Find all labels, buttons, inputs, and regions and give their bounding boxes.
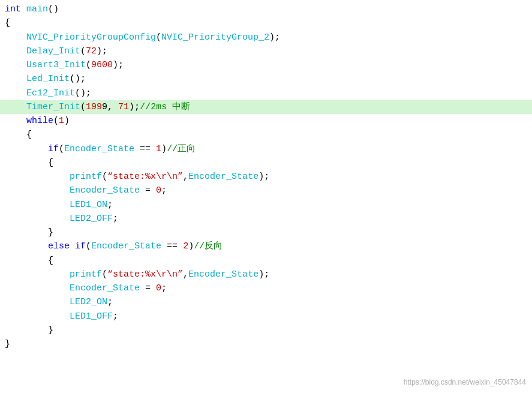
watermark: https://blog.csdn.net/weixin_45047844 <box>404 377 526 388</box>
code-container: int main() { NVIC_PriorityGroupConfig(NV… <box>0 0 532 393</box>
fn-ec12: Ec12_Init <box>26 88 75 98</box>
code-line: { <box>0 254 532 268</box>
num-1: 1 <box>59 116 64 126</box>
code-line: LED2_ON; <box>0 295 532 309</box>
fn-printf2: printf <box>70 269 102 280</box>
fn-led1off: LED1_OFF <box>70 311 113 322</box>
var-encoder1: Encoder_State <box>64 144 134 154</box>
var-encoder2c: Encoder_State <box>70 283 140 293</box>
fn-led2on: LED2_ON <box>70 297 107 307</box>
code-line: { <box>0 156 532 170</box>
str-1: “state:%x\r\n” <box>107 172 183 182</box>
comment-reverse: //反向 <box>194 241 223 251</box>
var-encoder2b: Encoder_State <box>188 269 259 280</box>
num-72: 72 <box>86 46 97 56</box>
keyword-if2: if <box>75 241 86 251</box>
code-line: LED1_OFF; <box>0 310 532 323</box>
code-line: while(1) <box>0 114 532 128</box>
num-9600: 9600 <box>91 60 113 70</box>
fn-led2off: LED2_OFF <box>70 214 113 224</box>
code-line: } <box>0 226 532 239</box>
code-line-highlighted: Timer_Init(1999, 71);//2ms 中断 <box>0 100 532 114</box>
code-line: Led_Init(); <box>0 72 532 86</box>
param-nvic: NVIC_PriorityGroup_2 <box>161 32 269 43</box>
fn-main: main <box>26 4 48 14</box>
keyword-while: while <box>26 116 53 126</box>
str-2: “state:%x\r\n” <box>107 269 183 280</box>
code-line: LED2_OFF; <box>0 212 532 226</box>
code-line: } <box>0 337 532 351</box>
code-line: printf(“state:%x\r\n”,Encoder_State); <box>0 170 532 184</box>
code-line: Ec12_Init(); <box>0 86 532 100</box>
var-encoder1c: Encoder_State <box>70 185 140 196</box>
code-line: { <box>0 128 532 142</box>
code-line: if(Encoder_State == 1)//正向 <box>0 142 532 156</box>
comment-forward: //正向 <box>167 144 196 154</box>
fn-timer: Timer_Init <box>26 102 80 112</box>
fn-led1on: LED1_ON <box>70 200 107 210</box>
code-line: int main() <box>0 2 532 16</box>
num-1999: 199 <box>86 102 102 112</box>
code-line: } <box>0 323 532 337</box>
code-line: printf(“state:%x\r\n”,Encoder_State); <box>0 268 532 281</box>
fn-printf1: printf <box>70 172 102 182</box>
fn-led: Led_Init <box>26 74 70 84</box>
keyword-if1: if <box>48 144 59 154</box>
code-line: { <box>0 16 532 30</box>
code-line: Delay_Init(72); <box>0 44 532 58</box>
keyword-else: else <box>48 241 70 251</box>
fn-nvic: NVIC_PriorityGroupConfig <box>26 32 156 43</box>
num-0b: 0 <box>156 283 161 293</box>
var-encoder2: Encoder_State <box>91 241 161 251</box>
comment-timer: //2ms 中断 <box>140 102 190 112</box>
fn-delay: Delay_Init <box>26 46 80 56</box>
fn-usart: Usart3_Init <box>26 60 86 70</box>
code-line: LED1_ON; <box>0 198 532 212</box>
code-line: Encoder_State = 0; <box>0 281 532 295</box>
keyword-int: int <box>5 4 21 14</box>
code-line: Usart3_Init(9600); <box>0 58 532 72</box>
num-0a: 0 <box>156 185 161 196</box>
code-line: else if(Encoder_State == 2)//反向 <box>0 239 532 253</box>
var-encoder1b: Encoder_State <box>188 172 259 182</box>
num-1b: 1 <box>156 144 161 154</box>
num-2: 2 <box>183 241 188 251</box>
code-line: Encoder_State = 0; <box>0 184 532 197</box>
num-71: 71 <box>118 102 129 112</box>
code-line: NVIC_PriorityGroupConfig(NVIC_PriorityGr… <box>0 31 532 44</box>
